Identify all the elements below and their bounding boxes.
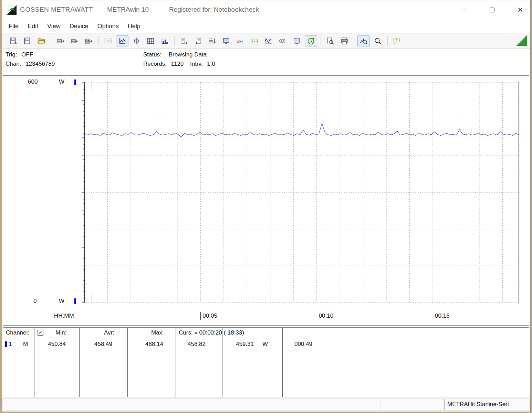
- y-min-label: 0: [33, 298, 36, 305]
- app-title: METRAwin 10: [107, 6, 149, 13]
- timer-icon: [307, 37, 315, 45]
- svg-text:8.8.8: 8.8.8: [252, 40, 258, 43]
- toolbar-separator: [51, 36, 51, 45]
- col-min-header: Min:: [55, 329, 66, 336]
- save-button[interactable]: [7, 35, 19, 46]
- formula-button[interactable]: f(x): [234, 35, 247, 46]
- value-display-button[interactable]: 1257: [102, 35, 114, 46]
- menu-view[interactable]: View: [43, 21, 65, 31]
- print-button[interactable]: [338, 35, 351, 46]
- waveform-button[interactable]: [262, 35, 275, 46]
- svg-text:121: 121: [58, 40, 61, 42]
- envelope-button[interactable]: [277, 35, 289, 46]
- open-button[interactable]: [35, 35, 48, 46]
- x-tick-label: 00:15: [433, 312, 450, 320]
- menu-file[interactable]: File: [4, 21, 23, 31]
- y-unit-top: W: [59, 78, 64, 85]
- svg-text:1257: 1257: [105, 40, 111, 43]
- statistics-icon: [293, 37, 301, 45]
- cell-avr: 458.49: [94, 341, 112, 348]
- table-divider: [282, 328, 283, 398]
- table-divider: [79, 328, 80, 398]
- status-bar: METRAHit Starline-Seri: [2, 397, 530, 412]
- zoom-button[interactable]: [372, 35, 384, 46]
- save-as-icon: [23, 37, 31, 45]
- tooltip-help-button[interactable]: ?: [391, 35, 403, 46]
- col-channel-header: Channel:: [6, 329, 29, 336]
- program-device-button[interactable]: 12V: [69, 35, 81, 46]
- table-view-icon: [147, 37, 154, 45]
- print-preview-icon: [326, 37, 334, 45]
- table-view-button[interactable]: [144, 35, 157, 46]
- trend-view-button[interactable]: [116, 35, 128, 46]
- brand-text: GOSSEN METRAWATT: [20, 6, 93, 13]
- sort-records-button[interactable]: [206, 35, 218, 46]
- trend-plot[interactable]: [80, 82, 521, 303]
- import-data-icon: [194, 37, 202, 45]
- statusbar-middle-pane: [381, 399, 444, 410]
- intrv-label: Intrv.: [190, 61, 203, 67]
- value-display-icon: 1257: [104, 37, 112, 45]
- export-data-icon: [180, 37, 188, 45]
- xy-view-button[interactable]: [130, 35, 143, 46]
- toolbar-separator: [354, 36, 354, 45]
- xy-view-icon: [133, 37, 140, 45]
- device-memory-icon: M: [85, 37, 93, 45]
- resize-triangle-icon[interactable]: [517, 35, 527, 46]
- bar-view-button[interactable]: [158, 35, 171, 46]
- x-axis-labels: HH:MM 00:0500:1000:15: [3, 312, 529, 322]
- trig-value: OFF: [21, 51, 33, 58]
- minimize-button[interactable]: [459, 5, 469, 15]
- cell-channel-mode: M: [23, 341, 28, 348]
- row-channel-marker: [5, 341, 7, 347]
- cell-channel-num: 1: [9, 341, 12, 348]
- cell-curs-left: 458.82: [188, 341, 206, 348]
- zoom-time-button[interactable]: [357, 35, 370, 46]
- trig-label: Trig:: [6, 51, 17, 58]
- statistics-button[interactable]: [291, 35, 303, 46]
- status-label: Status:: [143, 51, 161, 58]
- monitor-icon: [222, 37, 230, 45]
- menu-edit[interactable]: Edit: [23, 21, 43, 31]
- chan-label: Chan:: [6, 61, 21, 67]
- intrv-value: 1.0: [207, 61, 215, 67]
- save-icon: [9, 37, 17, 45]
- formula-icon: f(x): [237, 37, 244, 45]
- device-memory-button[interactable]: M: [83, 35, 95, 46]
- channel-checkbox[interactable]: ✓: [38, 330, 43, 336]
- zoom-icon: [374, 37, 382, 45]
- col-avr-header: Avr:: [104, 329, 114, 336]
- numeric-display-button[interactable]: 8.8.8: [248, 35, 261, 46]
- records-value: 1120: [171, 61, 184, 67]
- import-data-button[interactable]: [192, 35, 204, 46]
- x-tick-label: 00:05: [200, 312, 217, 320]
- chart-panel: 600 W 0 W HH:MM 00:0500:1000:15: [3, 75, 529, 326]
- read-device-button[interactable]: 121: [54, 35, 67, 46]
- save-as-button[interactable]: [21, 35, 33, 46]
- cell-unit: W: [262, 341, 268, 348]
- cell-max: 488.14: [145, 341, 163, 348]
- status-panel: Trig: OFF Chan: 123456789 Status: Browsi…: [2, 49, 530, 71]
- cell-delta: 000.49: [294, 341, 312, 348]
- close-button[interactable]: ✕: [515, 5, 525, 15]
- title-bar[interactable]: GOSSEN METRAWATT METRAwin 10 Registered …: [2, 0, 530, 19]
- gossen-metrawatt-logo-icon: [7, 5, 17, 15]
- menu-help[interactable]: Help: [123, 21, 145, 31]
- timer-button[interactable]: [305, 35, 317, 46]
- maximize-button[interactable]: [487, 5, 497, 15]
- tooltip-help-icon: ?: [393, 37, 401, 45]
- cell-curs-right: 459.31: [236, 341, 254, 348]
- print-preview-button[interactable]: [324, 35, 336, 46]
- trend-view-icon: [118, 37, 126, 45]
- monitor-button[interactable]: [220, 35, 232, 46]
- print-icon: [341, 37, 348, 45]
- toolbar-separator: [98, 36, 99, 45]
- statusbar-device-pane: METRAHit Starline-Seri: [444, 399, 529, 410]
- export-data-button[interactable]: [178, 35, 190, 46]
- menu-options[interactable]: Options: [93, 21, 123, 31]
- x-axis-unit-label: HH:MM: [54, 312, 74, 320]
- menu-device[interactable]: Device: [65, 21, 93, 31]
- bar-view-icon: [161, 37, 168, 45]
- svg-text:?: ?: [396, 38, 397, 42]
- table-divider: [34, 328, 34, 398]
